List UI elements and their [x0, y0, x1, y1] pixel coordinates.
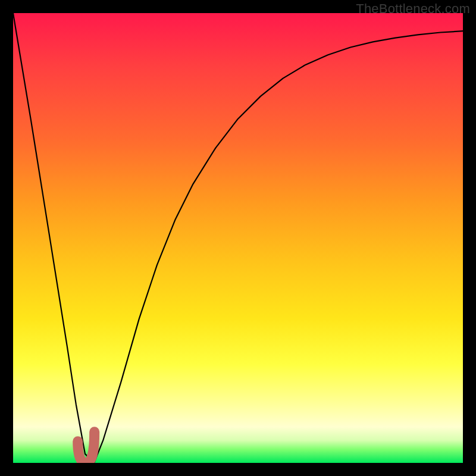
watermark-text: TheBottleneck.com: [356, 1, 470, 17]
chart-svg: [13, 13, 463, 463]
chart-stage: TheBottleneck.com: [0, 0, 476, 476]
plot-area: [13, 13, 463, 463]
optimal-marker: [78, 432, 95, 463]
bottleneck-curve: [13, 13, 463, 463]
